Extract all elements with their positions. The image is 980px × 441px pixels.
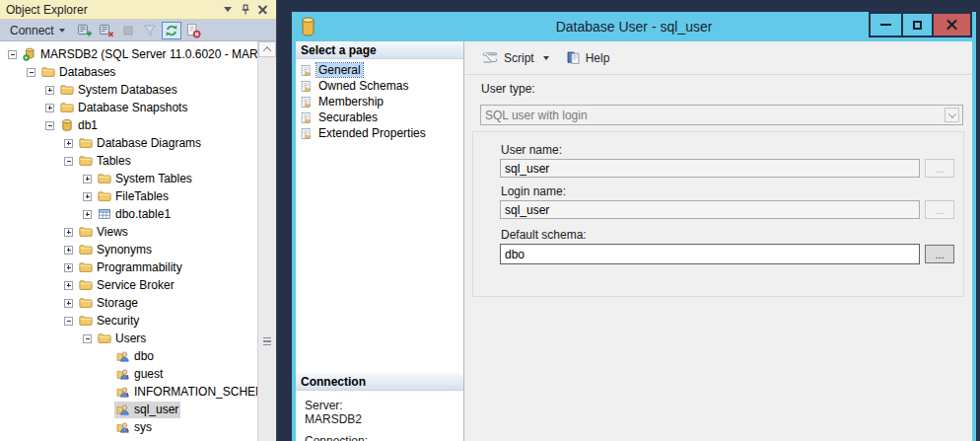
tree-item-content: dbo.table1 xyxy=(96,206,173,223)
tree-item[interactable]: Users xyxy=(0,330,258,347)
refresh-button[interactable] xyxy=(162,22,181,39)
default-schema-browse-button[interactable]: ... xyxy=(925,245,954,263)
refresh-icon xyxy=(164,23,179,38)
help-button[interactable]: Help xyxy=(561,47,615,68)
combo-arrow[interactable] xyxy=(945,108,959,122)
page-item-extended-properties[interactable]: Extended Properties xyxy=(296,125,463,141)
object-explorer-panel: Object Explorer Connect MARSDB2 (SQL Ser… xyxy=(0,0,277,441)
login-name-browse-button[interactable]: ... xyxy=(925,200,954,219)
connection-label: Connection: xyxy=(305,434,463,441)
page-item-securables[interactable]: Securables xyxy=(296,110,463,125)
close-icon xyxy=(258,5,267,14)
tree-item[interactable]: Synonyms xyxy=(0,241,258,258)
tree-item[interactable]: Security xyxy=(0,312,258,330)
folder-icon xyxy=(79,314,93,328)
tree-item[interactable]: Databases xyxy=(0,63,258,81)
collapse-icon[interactable] xyxy=(83,334,92,343)
user-name-input[interactable] xyxy=(500,159,920,178)
user-type-combobox[interactable]: SQL user with login xyxy=(480,105,963,125)
user-name-browse-button[interactable]: ... xyxy=(925,159,954,178)
tree-item[interactable]: sql_user xyxy=(0,401,258,418)
tree-item-label: System Tables xyxy=(115,172,192,185)
tree-item-content: Users xyxy=(96,331,148,347)
page-item-general[interactable]: General xyxy=(296,62,463,78)
dialog-toolbar: Script Help xyxy=(465,41,972,75)
server-label: Server: xyxy=(305,399,463,412)
stop-button[interactable] xyxy=(118,22,138,39)
script-error-button[interactable] xyxy=(183,22,203,39)
expand-icon[interactable] xyxy=(45,104,54,112)
expand-icon[interactable] xyxy=(64,281,73,290)
tree-item[interactable]: System Databases xyxy=(0,81,258,99)
object-explorer-title: Object Explorer xyxy=(6,3,217,17)
tree-item[interactable]: MARSDB2 (SQL Server 11.0.6020 - MARSD xyxy=(0,45,258,63)
ssms-workspace: Object Explorer Connect MARSDB2 (SQL Ser… xyxy=(0,0,980,441)
script-dropdown-icon[interactable] xyxy=(543,56,549,60)
collapse-icon[interactable] xyxy=(64,317,73,326)
script-button[interactable]: Script xyxy=(475,47,539,68)
page-item-membership[interactable]: Membership xyxy=(296,94,463,110)
page-icon xyxy=(300,80,313,93)
database-user-dialog: Database User - sql_user Select a page G… xyxy=(292,12,976,441)
script-error-icon xyxy=(185,23,201,38)
tree-item[interactable]: Tables xyxy=(0,152,258,170)
tree-item[interactable]: dbo xyxy=(0,347,258,365)
expand-icon[interactable] xyxy=(64,228,73,237)
page-icon xyxy=(300,64,313,77)
scroll-up-button[interactable] xyxy=(258,41,276,57)
tree-item[interactable]: Views xyxy=(0,223,258,241)
chevron-up-icon xyxy=(263,46,271,54)
connect-server-button[interactable] xyxy=(75,22,95,39)
connect-button[interactable]: Connect xyxy=(4,22,71,39)
scrollbar-thumb-grip[interactable] xyxy=(263,337,271,345)
tree-item[interactable]: Service Broker xyxy=(0,276,258,294)
tree-item[interactable]: dbo.table1 xyxy=(0,205,258,223)
help-button-label: Help xyxy=(586,51,610,65)
default-schema-input[interactable] xyxy=(500,244,920,264)
tree-scrollbar[interactable] xyxy=(257,41,276,441)
auto-hide-pin-button[interactable] xyxy=(238,3,252,17)
filter-button[interactable] xyxy=(140,22,160,39)
collapse-icon[interactable] xyxy=(64,157,73,166)
expand-icon[interactable] xyxy=(64,263,73,272)
object-explorer-toolbar: Connect xyxy=(0,20,276,41)
page-item-owned-schemas[interactable]: Owned Schemas xyxy=(296,78,463,94)
script-scroll-icon xyxy=(480,50,499,65)
tree-item[interactable]: FileTables xyxy=(0,187,258,205)
login-name-input[interactable] xyxy=(500,200,920,219)
tree-item[interactable]: Programmability xyxy=(0,258,258,276)
tree-item[interactable]: Database Snapshots xyxy=(0,99,258,116)
dialog-titlebar[interactable]: Database User - sql_user xyxy=(292,12,976,41)
collapse-icon[interactable] xyxy=(27,68,35,77)
expand-icon[interactable] xyxy=(45,86,54,95)
close-panel-button[interactable] xyxy=(255,3,270,17)
tree-item-label: dbo.table1 xyxy=(115,207,171,221)
tree-item[interactable]: Storage xyxy=(0,294,258,312)
expand-icon[interactable] xyxy=(64,246,73,255)
tree-item[interactable]: System Tables xyxy=(0,170,258,187)
tree-item[interactable]: db1 xyxy=(0,116,258,134)
tree-item-content: Programmability xyxy=(77,259,184,276)
expand-icon[interactable] xyxy=(83,192,92,201)
help-book-icon xyxy=(566,50,581,65)
tree-item-label: Service Broker xyxy=(97,278,175,292)
expand-icon[interactable] xyxy=(83,210,92,219)
select-page-pane: Select a page GeneralOwned SchemasMember… xyxy=(296,41,464,441)
maximize-button[interactable] xyxy=(901,14,932,36)
minimize-button[interactable] xyxy=(871,14,901,36)
disconnect-server-button[interactable] xyxy=(97,22,116,39)
page-item-label: Securables xyxy=(316,110,380,124)
expand-icon[interactable] xyxy=(64,139,73,148)
tree-item[interactable]: guest xyxy=(0,365,258,383)
collapse-icon[interactable] xyxy=(45,121,54,130)
close-button[interactable] xyxy=(932,14,970,36)
sql-server-icon xyxy=(23,47,36,61)
page-icon xyxy=(300,111,313,124)
expand-icon[interactable] xyxy=(83,175,92,184)
tree-item[interactable]: sys xyxy=(0,418,258,436)
tree-item[interactable]: Database Diagrams xyxy=(0,134,258,152)
expand-icon[interactable] xyxy=(64,299,73,308)
collapse-icon[interactable] xyxy=(8,50,17,59)
window-position-menu-button[interactable] xyxy=(220,3,235,17)
tree-item[interactable]: INFORMATION_SCHEMA xyxy=(0,383,258,401)
